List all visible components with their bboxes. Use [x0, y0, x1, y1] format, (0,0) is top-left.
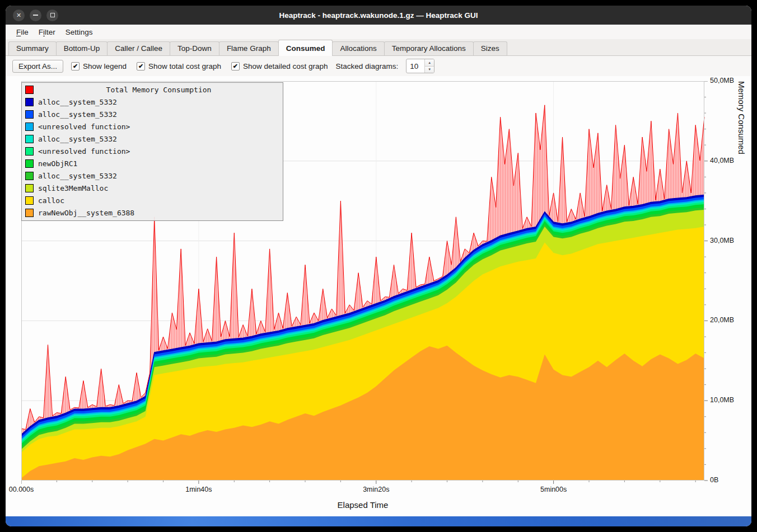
y-axis-title: Memory Consumed: [737, 81, 746, 481]
legend-swatch: [25, 135, 34, 143]
legend-label: newObjRC1: [38, 159, 77, 168]
checkbox-show-legend[interactable]: ✔Show legend: [71, 62, 127, 70]
legend-item: alloc__system_5332: [22, 108, 283, 120]
tab-sizes[interactable]: Sizes: [473, 41, 507, 55]
desktop-background: ✕ Heaptrack - heaptrack.wakunode.1.gz — …: [0, 0, 757, 532]
chart-area: Total Memory Consumptionalloc__system_53…: [6, 76, 751, 516]
legend-swatch: [25, 110, 34, 119]
legend-swatch: [25, 209, 34, 217]
legend-item: alloc__system_5332: [22, 96, 283, 108]
checkbox-label: Show total cost graph: [148, 62, 221, 70]
menu-file[interactable]: File: [11, 27, 34, 37]
legend-label: rawNewObj__system_6388: [38, 209, 134, 217]
legend-swatch: [25, 196, 34, 205]
chart-legend: Total Memory Consumptionalloc__system_53…: [21, 82, 283, 221]
menu-settings[interactable]: Settings: [60, 27, 98, 37]
spinbox-down-button[interactable]: ▼: [425, 66, 434, 73]
legend-swatch: [25, 172, 34, 180]
checkbox-icon: ✔: [71, 62, 80, 70]
desktop-strip: [6, 516, 751, 526]
tab-flame-graph[interactable]: Flame Graph: [219, 41, 279, 55]
tab-allocations[interactable]: Allocations: [332, 41, 384, 55]
y-tick-label: 0B: [710, 476, 718, 484]
minimize-button[interactable]: [30, 10, 41, 21]
legend-swatch: [25, 98, 34, 106]
title-bar[interactable]: ✕ Heaptrack - heaptrack.wakunode.1.gz — …: [6, 6, 751, 25]
window-title: Heaptrack - heaptrack.wakunode.1.gz — He…: [279, 11, 478, 20]
spinbox-buttons: ▲ ▼: [424, 59, 434, 73]
tab-top-down[interactable]: Top-Down: [170, 41, 219, 55]
legend-item: calloc: [22, 194, 283, 206]
tab-bar: SummaryBottom-UpCaller / CalleeTop-DownF…: [6, 39, 751, 56]
tab-summary[interactable]: Summary: [8, 41, 57, 55]
maximize-icon: [50, 13, 55, 17]
y-tick-label: 20,0MB: [710, 316, 734, 324]
legend-title-row: Total Memory Consumption: [22, 83, 283, 96]
y-tick-label: 30,0MB: [710, 237, 734, 244]
checkbox-label: Show detailed cost graph: [243, 62, 328, 70]
tab-temporary-allocations[interactable]: Temporary Allocations: [384, 41, 474, 55]
close-icon: ✕: [16, 12, 21, 18]
y-tick-label: 40,0MB: [710, 157, 734, 164]
x-tick-label: 5min00s: [540, 486, 567, 493]
stacked-diagrams-spinbox[interactable]: 10 ▲ ▼: [406, 59, 434, 73]
checkbox-show-detailed-cost-graph[interactable]: ✔Show detailed cost graph: [231, 62, 328, 70]
legend-item: newObjRC1: [22, 157, 283, 170]
legend-swatch: [25, 123, 34, 131]
toolbar-checkboxes: ✔Show legend✔Show total cost graph✔Show …: [71, 62, 328, 70]
legend-title: Total Memory Consumption: [38, 86, 279, 94]
checkbox-show-total-cost-graph[interactable]: ✔Show total cost graph: [137, 62, 221, 70]
y-tick-label: 50,0MB: [710, 77, 734, 84]
window-controls: ✕: [13, 6, 58, 25]
legend-item: rawNewObj__system_6388: [22, 206, 283, 219]
legend-label: sqlite3MemMalloc: [38, 184, 108, 192]
x-tick-label: 3min20s: [363, 486, 389, 493]
legend-label: <unresolved function>: [38, 123, 130, 131]
tab-bottom-up[interactable]: Bottom-Up: [56, 41, 108, 55]
x-tick-label: 00.000s: [9, 486, 34, 493]
legend-swatch: [25, 147, 34, 156]
menu-filter[interactable]: Filter: [34, 27, 60, 37]
legend-label: alloc__system_5332: [38, 172, 117, 180]
minimize-icon: [33, 15, 38, 16]
legend-item: <unresolved function>: [22, 145, 283, 157]
spinbox-up-button[interactable]: ▲: [425, 59, 434, 66]
legend-swatch: [25, 159, 34, 168]
tab-consumed[interactable]: Consumed: [278, 40, 333, 56]
stacked-diagrams-label: Stacked diagrams:: [336, 62, 399, 70]
legend-label: alloc__system_5332: [38, 98, 117, 106]
export-as-button[interactable]: Export As...: [12, 60, 63, 73]
legend-swatch: [25, 86, 34, 94]
legend-label: alloc__system_5332: [38, 110, 117, 119]
close-button[interactable]: ✕: [13, 10, 25, 21]
menu-bar: FileFilterSettings: [6, 25, 751, 39]
legend-item: sqlite3MemMalloc: [22, 182, 283, 194]
legend-item: alloc__system_5332: [22, 170, 283, 182]
legend-item: alloc__system_5332: [22, 133, 283, 145]
app-window: ✕ Heaptrack - heaptrack.wakunode.1.gz — …: [6, 6, 751, 526]
legend-swatch: [25, 184, 34, 192]
legend-label: alloc__system_5332: [38, 135, 117, 143]
tab-caller-callee[interactable]: Caller / Callee: [107, 41, 170, 55]
maximize-button[interactable]: [46, 10, 58, 21]
x-axis-title: Elapsed Time: [21, 500, 704, 510]
checkbox-icon: ✔: [137, 62, 145, 70]
x-tick-label: 1min40s: [185, 486, 212, 493]
checkbox-label: Show legend: [83, 62, 127, 70]
toolbar: Export As... ✔Show legend✔Show total cos…: [6, 56, 751, 76]
legend-label: <unresolved function>: [38, 147, 130, 156]
checkbox-icon: ✔: [231, 62, 240, 70]
legend-label: calloc: [38, 196, 64, 205]
y-tick-label: 10,0MB: [710, 396, 734, 404]
legend-item: <unresolved function>: [22, 120, 283, 133]
spinbox-value: 10: [406, 59, 424, 73]
